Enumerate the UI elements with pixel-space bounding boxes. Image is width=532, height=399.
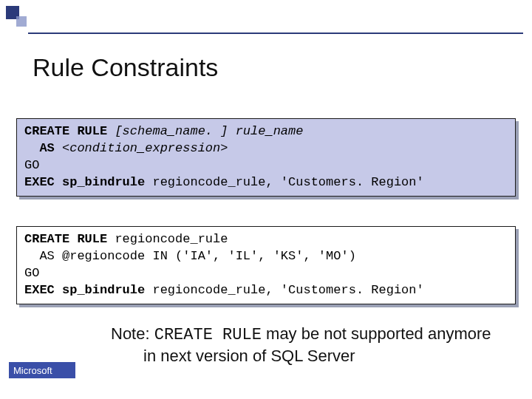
footer-badge: Microsoft: [9, 362, 75, 378]
top-divider: [28, 33, 523, 34]
code-text: regioncode_rule, 'Customers. Region': [152, 283, 423, 297]
code-italic: [schema_name. ] rule_name: [115, 124, 303, 138]
code-text: regioncode_rule: [115, 232, 228, 246]
note-rest-1: may be not supported anymore: [262, 324, 491, 343]
code-keyword: CREATE RULE: [24, 232, 115, 246]
code-text: regioncode_rule, 'Customers. Region': [152, 175, 423, 189]
code-text: GO: [24, 266, 39, 280]
code-box-syntax: CREATE RULE [schema_name. ] rule_name AS…: [16, 118, 516, 197]
slide: Rule Constraints CREATE RULE [schema_nam…: [0, 0, 532, 399]
code-keyword: EXEC sp_bindrule: [24, 175, 152, 189]
code-keyword: CREATE RULE: [24, 124, 115, 138]
deco-square-light: [16, 16, 27, 27]
note-rest-2: in next version of SQL Server: [111, 346, 355, 366]
note-prefix: Note:: [111, 324, 154, 343]
code-keyword: AS: [24, 141, 62, 155]
code-text: AS @regioncode IN ('IA', 'IL', 'KS', 'MO…: [24, 249, 356, 263]
note-code: CREATE RULE: [154, 326, 262, 344]
code-keyword: EXEC sp_bindrule: [24, 283, 152, 297]
slide-title: Rule Constraints: [33, 53, 218, 82]
code-box-example: CREATE RULE regioncode_rule AS @regionco…: [16, 226, 516, 304]
note-text: Note: CREATE RULE may be not supported a…: [111, 324, 517, 366]
code-text: GO: [24, 158, 39, 172]
code-italic: <condition_expression>: [62, 141, 228, 155]
corner-decoration: [6, 6, 35, 35]
footer-text: Microsoft: [13, 365, 52, 376]
